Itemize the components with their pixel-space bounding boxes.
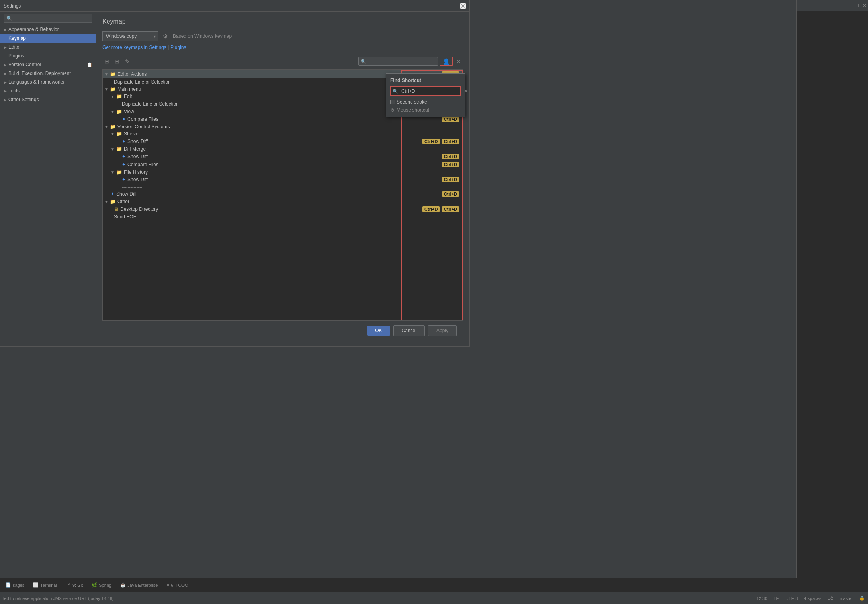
taskbar-item-java[interactable]: ☕ Java Enterprise: [116, 581, 162, 589]
folder-icon-file-history: 📁: [116, 169, 122, 175]
sidebar-item-tools[interactable]: ▶ Tools: [0, 86, 96, 95]
taskbar-item-terminal[interactable]: ⬜ Terminal: [29, 581, 61, 589]
sidebar-item-editor[interactable]: ▶ Editor: [0, 43, 96, 51]
get-more-row: Get more keymaps in Settings | Plugins: [102, 44, 463, 50]
tree-row-send-eof[interactable]: Send EOF: [103, 213, 463, 220]
close-search-button[interactable]: ✕: [454, 58, 463, 65]
tree-arrow-main-menu[interactable]: ▼: [104, 87, 109, 92]
right-panel-close[interactable]: ✕: [862, 3, 866, 8]
sidebar-search-input[interactable]: [4, 14, 92, 23]
plugins-link[interactable]: Plugins: [170, 45, 186, 50]
tree-arrow-view[interactable]: ▼: [111, 110, 115, 114]
find-shortcut-clear-button[interactable]: ✕: [463, 88, 469, 94]
apply-button[interactable]: Apply: [428, 325, 457, 336]
tree-row-diff-merge[interactable]: ▼ 📁 Diff Merge: [103, 145, 463, 153]
tree-arrow-other[interactable]: ▼: [104, 200, 109, 204]
pipe-separator: |: [168, 45, 169, 50]
settings-dialog: Settings ✕ ▶ Appearance & Behavior Keyma…: [0, 0, 470, 347]
folder-icon-desktop-dir: 🖥: [114, 206, 119, 212]
get-more-link[interactable]: Get more keymaps in Settings: [102, 45, 166, 50]
sidebar-item-build[interactable]: ▶ Build, Execution, Deployment: [0, 69, 96, 78]
sidebar-item-keymap[interactable]: Keymap: [0, 34, 96, 43]
status-encoding: LF: [774, 596, 779, 601]
tree-arrow-edit[interactable]: ▼: [111, 94, 115, 99]
find-shortcut-button[interactable]: 👤: [440, 57, 453, 66]
keymap-description: Based on Windows keymap: [173, 33, 232, 39]
tree-row-show-diff-root[interactable]: ✦ Show Diff Ctrl+D: [103, 190, 463, 198]
status-charset: UTF-8: [785, 596, 798, 601]
filter-button-1[interactable]: ⊟: [102, 57, 111, 66]
dialog-title: Settings: [4, 3, 21, 9]
taskbar-item-spring[interactable]: 🌿 Spring: [88, 581, 115, 589]
find-shortcut-input[interactable]: [400, 87, 463, 95]
java-icon: ☕: [120, 582, 126, 588]
dialog-titlebar: Settings ✕: [0, 0, 469, 12]
tree-arrow-diff-merge[interactable]: ▼: [111, 147, 115, 151]
sidebar-item-label-tools: Tools: [8, 88, 20, 94]
filter-button-2[interactable]: ⊟̤: [113, 57, 121, 66]
status-branch: master: [839, 596, 853, 601]
tree-label-compare-files-view: Compare Files: [127, 116, 442, 122]
sidebar-item-languages[interactable]: ▶ Languages & Frameworks: [0, 78, 96, 86]
sidebar-item-label-editor: Editor: [8, 44, 21, 50]
second-stroke-checkbox[interactable]: [390, 100, 395, 104]
tree-row-show-diff-shelve[interactable]: ✦ Show Diff Ctrl+D Ctrl+D: [103, 137, 463, 145]
action-icon-show-diff-root: ✦: [111, 191, 115, 197]
edit-button[interactable]: ✎: [123, 57, 132, 66]
tree-row-vcs[interactable]: ▼ 📁 Version Control Systems: [103, 123, 463, 130]
tree-row-show-diff-fh[interactable]: ✦ Show Diff Ctrl+D: [103, 176, 463, 184]
keymap-select[interactable]: Windows copy: [102, 31, 158, 41]
spring-label: Spring: [99, 583, 111, 588]
mouse-shortcut-row[interactable]: 🖱 Mouse shortcut: [390, 107, 461, 113]
keymap-gear-button[interactable]: ⚙: [161, 32, 170, 40]
dialog-close-button[interactable]: ✕: [460, 3, 466, 9]
tree-arrow-file-history[interactable]: ▼: [111, 170, 115, 175]
sidebar-item-plugins[interactable]: Plugins: [0, 51, 96, 60]
ok-button[interactable]: OK: [367, 326, 390, 336]
tree-label-show-diff-shelve: Show Diff: [127, 139, 422, 144]
tree-label-send-eof: Send EOF: [114, 214, 463, 220]
expand-arrow-appearance: ▶: [4, 27, 7, 32]
expand-arrow-languages: ▶: [4, 80, 7, 84]
status-info: led to retrieve application JMX service …: [3, 596, 114, 601]
tree-label-file-history: File History: [124, 169, 463, 175]
right-panel-pin[interactable]: II: [858, 3, 861, 8]
folder-icon-main-menu: 📁: [110, 86, 116, 92]
sidebar-item-appearance[interactable]: ▶ Appearance & Behavior: [0, 25, 96, 34]
search-input[interactable]: [358, 57, 438, 66]
tree-row-compare-files-dm[interactable]: ✦ Compare Files Ctrl+D: [103, 161, 463, 169]
tree-row-show-diff-diffmerge[interactable]: ✦ Show Diff Ctrl+D: [103, 153, 463, 161]
spring-icon: 🌿: [92, 582, 97, 588]
right-panel-header: II ✕: [797, 0, 868, 11]
status-indent: 4 spaces: [804, 596, 821, 601]
lock-icon: 🔒: [859, 596, 865, 601]
tree-row-shelve[interactable]: ▼ 📁 Shelve: [103, 130, 463, 137]
expand-arrow-tools: ▶: [4, 89, 7, 93]
tree-shortcut-show-diff-root: Ctrl+D: [442, 191, 459, 197]
shortcut-badge-desktop-2: Ctrl+D: [442, 206, 459, 212]
taskbar-item-sages[interactable]: 📄 sages: [2, 581, 28, 589]
tree-row-other[interactable]: ▼ 📁 Other: [103, 198, 463, 205]
expand-arrow-editor: ▶: [4, 45, 7, 49]
taskbar: 📄 sages ⬜ Terminal ⎇ 9: Git 🌿 Spring ☕ J…: [0, 578, 868, 592]
todo-label: 6: TODO: [171, 583, 188, 588]
sidebar-item-label-appearance: Appearance & Behavior: [8, 27, 59, 32]
sidebar-item-other[interactable]: ▶ Other Settings: [0, 95, 96, 104]
shortcut-badge-show-diff-dm: Ctrl+D: [442, 154, 459, 159]
tree-label-shelve: Shelve: [124, 131, 463, 137]
taskbar-item-git[interactable]: ⎇ 9: Git: [62, 581, 87, 589]
sidebar-item-vcs[interactable]: ▶ Version Control 📋: [0, 60, 96, 69]
tree-shortcut-desktop-dir: Ctrl+D Ctrl+D: [422, 206, 459, 212]
taskbar-item-todo[interactable]: ≡ 6: TODO: [162, 581, 192, 589]
cancel-button[interactable]: Cancel: [393, 325, 425, 336]
tree-arrow-editor-actions[interactable]: ▼: [104, 72, 109, 76]
tree-arrow-vcs[interactable]: ▼: [104, 125, 109, 129]
tree-arrow-shelve[interactable]: ▼: [111, 132, 115, 136]
shortcut-badge-desktop-1: Ctrl+D: [422, 206, 440, 212]
expand-arrow-other: ▶: [4, 98, 7, 102]
folder-icon-vcs: 📁: [110, 124, 116, 129]
sidebar-item-label-build: Build, Execution, Deployment: [8, 71, 71, 76]
tree-row-desktop-dir[interactable]: 🖥 Desktop Directory Ctrl+D Ctrl+D: [103, 205, 463, 213]
tree-row-file-history[interactable]: ▼ 📁 File History: [103, 169, 463, 176]
shortcut-badge-show-diff-root: Ctrl+D: [442, 191, 459, 197]
